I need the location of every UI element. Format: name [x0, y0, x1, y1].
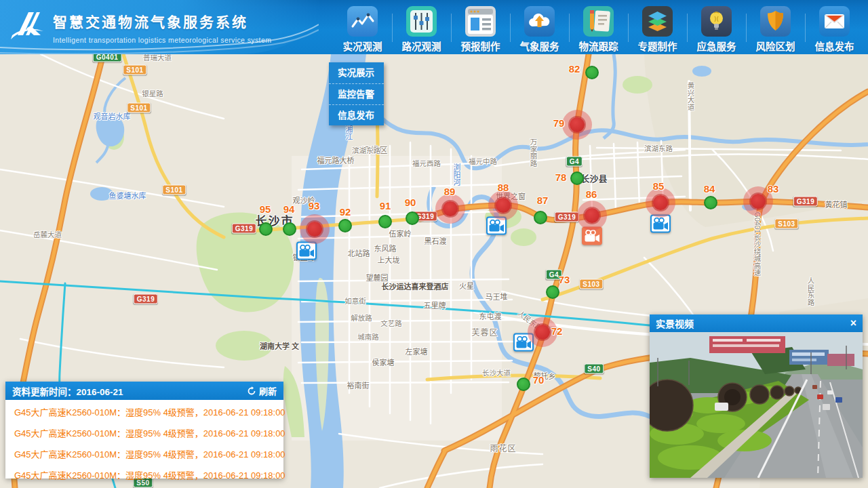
map-label: 福元西路 — [412, 158, 441, 168]
road-badge-G319: G319 — [555, 212, 579, 222]
map-label: 如意街 — [344, 296, 366, 306]
marker-value-label: 93 — [309, 200, 320, 211]
marker-value-label: 94 — [283, 203, 295, 215]
dropdown-item-info-release[interactable]: 信息发布 — [329, 104, 384, 125]
map-label: 伍家岭 — [389, 228, 412, 239]
marker-value-label: 72 — [551, 325, 563, 337]
traffic-marker-normal[interactable] — [259, 222, 273, 236]
map-canvas[interactable]: 长沙市长沙县黄花镇开福区芙蓉区雨花区观沙岭银盆岭伍家岭黑石渡北站路东风路上大垅世… — [0, 54, 868, 488]
sliders-icon — [406, 6, 437, 37]
road-badge-S40: S40 — [584, 364, 604, 374]
dropdown-item-monitor-alert[interactable]: 监控告警 — [329, 83, 384, 104]
logo-banner: 智慧交通物流气象服务系统 Intelligent transportation … — [0, 0, 319, 54]
app-root: 长沙市长沙县黄花镇开福区芙蓉区雨花区观沙岭银盆岭伍家岭黑石渡北站路东风路上大垅世… — [0, 0, 868, 488]
map-label: 人民东路 — [806, 277, 816, 306]
road-badge-S101: S101 — [162, 185, 186, 195]
pencil-paper-icon — [583, 6, 614, 37]
map-label: 浏阳河 — [451, 164, 462, 186]
nav-item-label: 信息发布 — [815, 39, 854, 53]
traffic-marker-normal[interactable] — [406, 211, 419, 225]
envelope-icon — [819, 6, 850, 37]
road-badge-G0401: G0401 — [93, 54, 122, 62]
bulb-icon — [701, 6, 732, 37]
traffic-marker-alert[interactable] — [488, 190, 518, 220]
traffic-marker-normal[interactable] — [378, 215, 392, 228]
marker-value-label: 82 — [569, 63, 580, 75]
map-label: 东风路 — [374, 243, 397, 253]
video-panel-title: 实景视频 — [656, 317, 694, 330]
nav-item-live-observation[interactable]: 实况观测 — [333, 1, 392, 53]
traffic-marker-normal[interactable] — [546, 285, 559, 299]
nav-item-logistics-tracking[interactable]: 物流跟踪 — [569, 1, 628, 53]
nav-item-label: 预报制作 — [461, 39, 500, 53]
nav-item-label: 物流跟踪 — [579, 39, 618, 53]
traffic-marker-normal[interactable] — [534, 211, 547, 224]
traffic-marker-alert[interactable] — [562, 110, 592, 140]
map-label: 长沙大道 — [482, 367, 511, 378]
video-panel-header: 实景视频 × — [650, 314, 863, 332]
traffic-marker-alert[interactable] — [300, 214, 330, 244]
traffic-marker-normal[interactable] — [585, 66, 599, 79]
traffic-marker-normal[interactable] — [517, 378, 530, 391]
map-label: 长沙县 — [580, 171, 607, 184]
map-label: 黄兴大道 — [686, 82, 696, 110]
map-label: 长沙运达喜来登酒店 — [382, 281, 449, 291]
map-label: 裕南街 — [347, 380, 370, 390]
marker-value-label: 85 — [653, 180, 665, 192]
marker-value-label: 90 — [405, 197, 416, 208]
traffic-marker-normal[interactable] — [570, 171, 584, 185]
traffic-marker-normal[interactable] — [283, 222, 296, 236]
nav-item-emergency-service[interactable]: 应急服务 — [687, 1, 746, 53]
nav-item-thematic-production[interactable]: 专题制作 — [628, 1, 687, 53]
road-badge-S101: S101 — [127, 103, 151, 113]
alert-panel-header: 资料更新时间：2016-06-21 刷新 — [5, 382, 283, 400]
map-label: 侯家塘 — [372, 357, 395, 367]
nav-item-label: 气象服务 — [520, 39, 559, 53]
nav-item-risk-zoning[interactable]: 风险区划 — [746, 1, 805, 53]
road-badge-G319: G319 — [793, 197, 818, 207]
traffic-marker-alert[interactable] — [435, 194, 465, 224]
nav-item-weather-service[interactable]: 气象服务 — [510, 1, 569, 53]
refresh-label: 刷新 — [259, 384, 277, 397]
main-nav: 实况观测路况观测预报制作气象服务物流跟踪专题制作应急服务风险区划信息发布 — [333, 1, 864, 53]
alert-row: G45大广高速K2560-010M：湿度95% 4级预警，2016-06-21 … — [5, 443, 283, 464]
marker-value-label: 79 — [553, 117, 565, 129]
alert-row: G45大广高速K2560-010M：湿度95% 4级预警，2016-06-21 … — [5, 464, 283, 485]
map-label: 北站路 — [348, 247, 370, 258]
map-label: 福元中路 — [469, 156, 497, 166]
nav-item-forecast-production[interactable]: 预报制作 — [451, 1, 510, 53]
traffic-marker-alert[interactable] — [646, 188, 675, 218]
map-label: 芙蓉区 — [471, 326, 498, 338]
nav-item-info-release[interactable]: 信息发布 — [805, 1, 864, 53]
marker-value-label: 95 — [260, 203, 271, 215]
map-label: 观音岩水库 — [94, 110, 131, 121]
map-label: 银星路 — [142, 88, 163, 98]
camera-icon-blue[interactable] — [296, 242, 317, 260]
map-label: 雨花区 — [490, 442, 516, 453]
traffic-marker-normal[interactable] — [338, 219, 352, 232]
map-label: 岳麓大道 — [33, 229, 62, 239]
traffic-marker-normal[interactable] — [704, 196, 717, 209]
alert-list: G45大广高速K2560-010M：湿度95% 4级预警，2016-06-21 … — [5, 400, 283, 487]
app-logo — [8, 8, 46, 43]
map-label: 黑石渡 — [425, 235, 447, 246]
video-camera-glyph — [584, 229, 600, 243]
close-icon[interactable]: × — [850, 318, 856, 329]
nav-item-label: 风险区划 — [756, 39, 795, 53]
map-label: 解放路 — [351, 312, 372, 323]
road-badge-G4: G4 — [566, 157, 583, 167]
live-video-frame — [650, 332, 863, 478]
traffic-marker-alert[interactable] — [577, 201, 607, 230]
road-badge-S103: S103 — [774, 219, 798, 229]
marker-value-label: 87 — [537, 195, 549, 206]
alert-panel: 资料更新时间：2016-06-21 刷新 G45大广高速K2560-010M：湿… — [5, 382, 283, 479]
map-label: 福元路大桥 — [317, 155, 355, 165]
map-label: 文艺路 — [380, 318, 402, 328]
map-label: 左家塘 — [406, 346, 428, 357]
map-label: 湖南大学 文 — [260, 340, 299, 351]
nav-item-road-observation[interactable]: 路况观测 — [392, 1, 451, 53]
dropdown-item-live-display[interactable]: 实况展示 — [329, 62, 384, 83]
map-label: 上大垅 — [378, 254, 400, 265]
marker-value-label: 92 — [340, 206, 351, 218]
refresh-button[interactable]: 刷新 — [247, 384, 277, 397]
